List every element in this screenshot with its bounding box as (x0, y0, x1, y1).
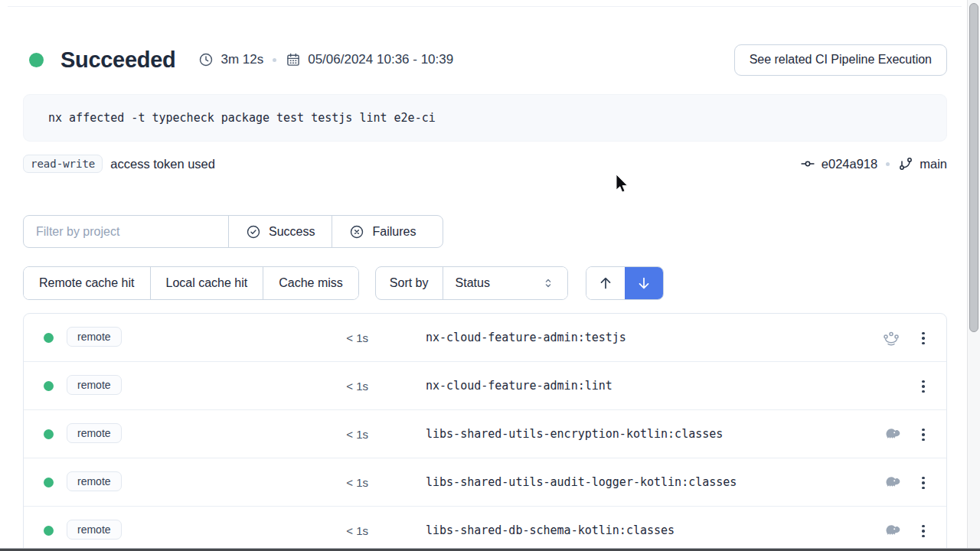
separator-dot (273, 58, 276, 62)
see-related-ci-pipeline-button[interactable]: See related CI Pipeline Execution (734, 44, 947, 76)
arrow-up-icon (597, 275, 614, 292)
filter-row: Success Failures (23, 215, 443, 248)
scrollbar-thumb[interactable] (969, 3, 978, 332)
arrow-down-icon (635, 275, 652, 292)
filter-failures-label: Failures (372, 225, 416, 239)
vertical-scrollbar[interactable] (967, 0, 980, 551)
check-circle-icon (246, 224, 261, 240)
window-bottom-edge (0, 548, 980, 551)
run-meta: 3m 12s 05/06/2024 10:36 - 10:39 (198, 52, 453, 67)
task-row[interactable]: remote < 1s libs-shared-db-schema-kotlin… (24, 507, 946, 551)
access-token-text: access token used (110, 157, 215, 171)
cache-filter-group: Remote cache hit Local cache hit Cache m… (23, 266, 359, 300)
run-date-range: 05/06/2024 10:36 - 10:39 (308, 52, 453, 67)
run-command-block: nx affected -t typecheck package test te… (23, 94, 947, 142)
row-menu-button[interactable] (911, 422, 936, 447)
chevron-up-down-icon (541, 276, 555, 290)
row-menu-button[interactable] (911, 374, 936, 399)
sort-by-label: Sort by (376, 267, 443, 299)
cache-source-badge: remote (67, 471, 122, 491)
tech-icon-slot (880, 377, 902, 396)
task-row[interactable]: remote < 1s libs-shared-utils-audit-logg… (24, 458, 946, 507)
cache-source-badge: remote (67, 327, 122, 347)
task-row[interactable]: remote < 1s libs-shared-utils-encryption… (24, 410, 946, 458)
branch-name[interactable]: main (920, 157, 947, 171)
cache-source-badge: remote (67, 375, 122, 395)
task-duration: < 1s (305, 331, 368, 344)
run-duration: 3m 12s (220, 52, 263, 67)
sort-selected-value: Status (456, 276, 535, 290)
tech-icon-slot (880, 474, 902, 492)
sort-select[interactable]: Status (443, 267, 567, 299)
commit-icon (800, 156, 815, 171)
task-name[interactable]: libs-shared-db-schema-kotlin:classes (426, 523, 675, 537)
task-list: remote < 1s nx-cloud-feature-admin:testj… (23, 313, 947, 551)
separator-dot (886, 162, 890, 166)
toolbar: Remote cache hit Local cache hit Cache m… (23, 266, 947, 300)
cache-miss-button[interactable]: Cache miss (263, 267, 358, 299)
run-status-dot (29, 53, 44, 67)
sort-descending-button[interactable] (625, 267, 663, 299)
git-branch-icon (898, 156, 913, 171)
task-duration: < 1s (305, 524, 368, 537)
task-success-dot (44, 526, 54, 536)
run-status-title: Succeeded (60, 47, 175, 73)
task-name[interactable]: libs-shared-utils-audit-logger-kotlin:cl… (426, 475, 737, 489)
filter-group: Success Failures (23, 215, 443, 248)
cache-source-badge: remote (67, 423, 122, 443)
task-success-dot (44, 429, 54, 439)
task-duration: < 1s (305, 476, 368, 489)
commit-sha[interactable]: e024a918 (822, 157, 877, 171)
filter-success-label: Success (269, 225, 315, 239)
run-header: Succeeded 3m 12s 05/06/2024 10:36 - 10:3… (23, 44, 947, 76)
task-success-dot (44, 333, 54, 343)
x-circle-icon (349, 224, 364, 240)
sort-direction-group (586, 266, 664, 300)
gradle-icon (882, 428, 901, 442)
remote-cache-hit-button[interactable]: Remote cache hit (24, 267, 150, 299)
sort-group: Sort by Status (375, 266, 568, 300)
task-row[interactable]: remote < 1s nx-cloud-feature-admin:lint (24, 362, 946, 410)
tech-icon-slot (880, 425, 902, 444)
pipeline-execution-page: Succeeded 3m 12s 05/06/2024 10:36 - 10:3… (23, 0, 947, 551)
filter-success-button[interactable]: Success (228, 216, 332, 247)
clock-icon (198, 52, 214, 67)
row-menu-button[interactable] (911, 519, 936, 543)
run-command: nx affected -t typecheck package test te… (48, 111, 436, 125)
task-name[interactable]: nx-cloud-feature-admin:testjs (426, 331, 626, 344)
task-name[interactable]: libs-shared-utils-encryption-kotlin:clas… (426, 427, 723, 441)
task-duration: < 1s (305, 428, 368, 441)
access-token-badge: read-write (23, 155, 103, 173)
task-success-dot (44, 381, 54, 391)
local-cache-hit-button[interactable]: Local cache hit (150, 267, 263, 299)
jest-icon (882, 331, 900, 347)
row-menu-button[interactable] (911, 471, 936, 495)
cache-source-badge: remote (67, 520, 122, 540)
gradle-icon (882, 524, 901, 538)
filter-failures-button[interactable]: Failures (332, 216, 433, 247)
task-row[interactable]: remote < 1s nx-cloud-feature-admin:testj… (24, 314, 946, 362)
tech-icon-slot (880, 522, 902, 540)
task-success-dot (44, 478, 54, 487)
vcs-meta: e024a918 main (800, 156, 947, 171)
sort-ascending-button[interactable] (586, 267, 625, 299)
gradle-icon (882, 476, 901, 490)
token-row: read-write access token used e024a918 ma… (23, 152, 947, 175)
tech-icon-slot (880, 329, 902, 347)
calendar-icon (286, 52, 301, 67)
task-name[interactable]: nx-cloud-feature-admin:lint (426, 379, 612, 393)
task-duration: < 1s (305, 380, 368, 393)
row-menu-button[interactable] (911, 326, 936, 350)
filter-by-project-input[interactable] (24, 216, 228, 247)
